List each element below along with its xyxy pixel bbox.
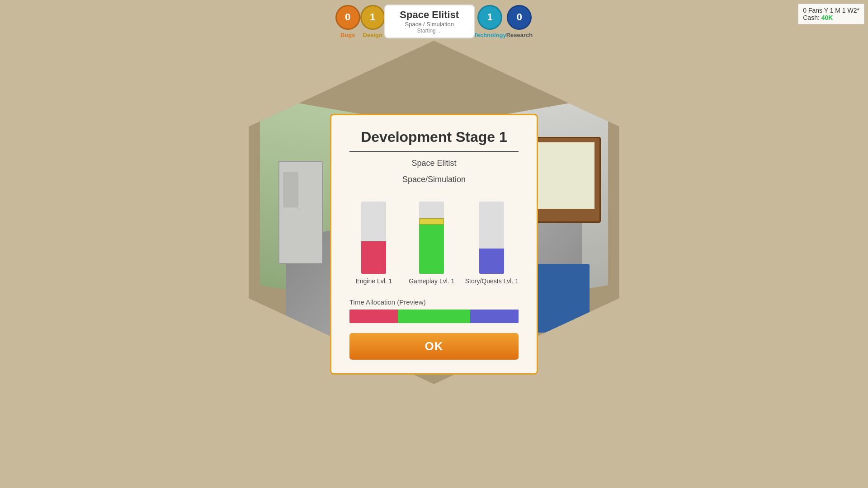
gameplay-bar-marker [419, 218, 444, 225]
time-allocation-section: Time Allocation (Preview) [349, 298, 519, 323]
story-bar-fill [479, 249, 504, 274]
gameplay-bar-wrapper [419, 202, 444, 274]
development-stage-modal: Development Stage 1 Space Elitist Space/… [330, 114, 538, 375]
modal-genre: Space/Simulation [402, 175, 466, 184]
engine-bar-wrapper [361, 202, 386, 274]
time-bar-story [470, 310, 519, 323]
engine-bar-label: Engine Lvl. 1 [355, 277, 392, 285]
ok-button[interactable]: OK [349, 333, 519, 360]
gameplay-bar-item: Gameplay Lvl. 1 [407, 202, 456, 285]
gameplay-bar-label: Gameplay Lvl. 1 [409, 277, 454, 285]
time-bar [349, 310, 519, 323]
story-bar-item: Story/Quests Lvl. 1 [465, 202, 519, 285]
time-bar-engine [349, 310, 398, 323]
time-allocation-label: Time Allocation (Preview) [349, 298, 519, 306]
engine-bar-item: Engine Lvl. 1 [349, 202, 398, 285]
modal-title: Development Stage 1 [349, 129, 519, 152]
modal-game-name: Space Elitist [411, 157, 456, 169]
story-bar-label: Story/Quests Lvl. 1 [465, 277, 519, 285]
modal-overlay: Development Stage 1 Space Elitist Space/… [0, 0, 868, 488]
bars-container: Engine Lvl. 1 Gameplay Lvl. 1 Story/Ques… [349, 194, 519, 285]
time-bar-gameplay [398, 310, 470, 323]
engine-bar-fill [361, 241, 386, 274]
story-bar-wrapper [479, 202, 504, 274]
gameplay-bar-fill [419, 220, 444, 274]
